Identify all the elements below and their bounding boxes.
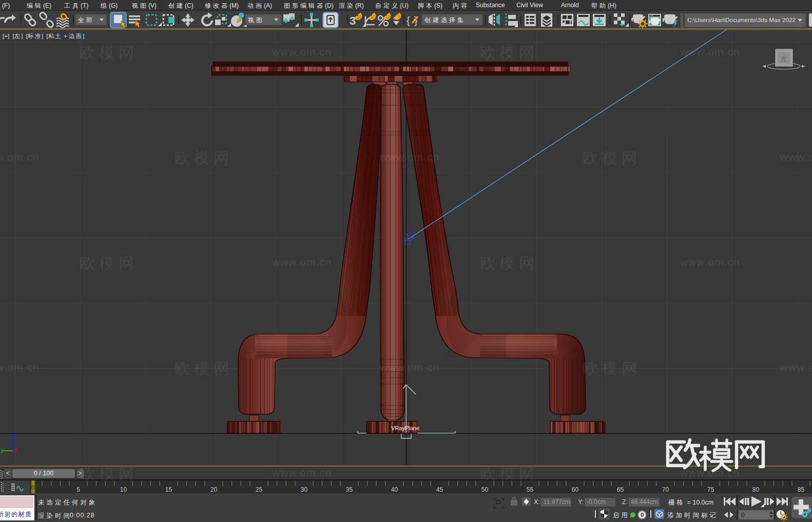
svg-text:65: 65 — [617, 486, 624, 493]
svg-text:80: 80 — [752, 486, 760, 493]
svg-text:25: 25 — [256, 486, 263, 493]
svg-text:75: 75 — [707, 486, 714, 493]
svg-text:70: 70 — [662, 486, 669, 493]
svg-text:15: 15 — [165, 486, 172, 493]
svg-text:20: 20 — [210, 486, 218, 493]
svg-text:左: 左 — [781, 55, 787, 63]
svg-text:40: 40 — [391, 486, 398, 493]
svg-text:0: 0 — [741, 512, 745, 519]
svg-text:55: 55 — [527, 486, 534, 493]
svg-text:VRayPlane: VRayPlane — [391, 425, 419, 431]
svg-text:85: 85 — [798, 486, 805, 493]
svg-text:60: 60 — [572, 486, 579, 493]
svg-text:5: 5 — [76, 486, 80, 493]
svg-text:45: 45 — [436, 486, 443, 493]
svg-text:35: 35 — [346, 486, 353, 493]
svg-text:30: 30 — [301, 486, 308, 493]
svg-text:50: 50 — [481, 486, 489, 493]
svg-text:10: 10 — [120, 486, 127, 493]
